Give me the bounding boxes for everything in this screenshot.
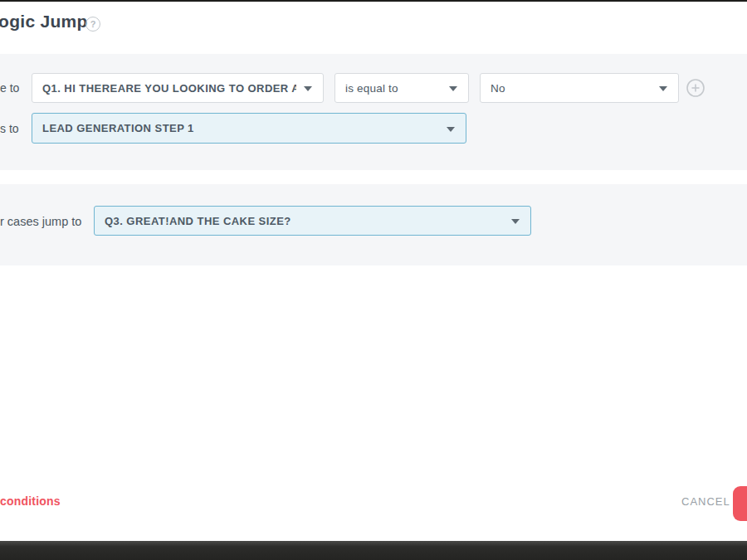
jump-row-label: s to (0, 122, 19, 135)
chevron-down-icon (447, 127, 455, 132)
chevron-down-icon (511, 219, 520, 224)
save-button[interactable] (733, 486, 747, 521)
other-cases-target-select[interactable]: Q3. GREAT!AND THE CAKE SIZE? (94, 206, 531, 236)
logic-jump-dialog: ogic Jump e to Q1. HI THEREARE YOU LOOKI… (0, 0, 747, 560)
value-select[interactable]: No (480, 73, 679, 103)
plus-circle-icon[interactable] (686, 79, 705, 97)
top-border-line (0, 0, 747, 2)
chevron-down-icon (449, 86, 457, 91)
other-cases-target-value: Q3. GREAT!AND THE CAKE SIZE? (105, 215, 291, 227)
question-select-value: Q1. HI THEREARE YOU LOOKING TO ORDER A (42, 82, 296, 95)
question-circle-icon[interactable] (85, 17, 100, 32)
other-cases-label: r cases jump to (0, 215, 81, 228)
condition-section: e to Q1. HI THEREARE YOU LOOKING TO ORDE… (0, 54, 747, 170)
operator-select[interactable]: is equal to (334, 73, 469, 103)
page-title: ogic Jump (0, 12, 88, 32)
condition-row-label: e to (0, 81, 19, 95)
question-select[interactable]: Q1. HI THEREARE YOU LOOKING TO ORDER A (32, 73, 324, 103)
chevron-down-icon (659, 86, 667, 91)
operator-select-value: is equal to (345, 82, 398, 95)
jump-target-select[interactable]: LEAD GENERATION STEP 1 (32, 113, 466, 144)
value-select-value: No (491, 82, 505, 95)
other-cases-section: r cases jump to Q3. GREAT!AND THE CAKE S… (0, 184, 747, 265)
bottom-taskbar (0, 541, 747, 560)
add-conditions-link[interactable]: conditions (0, 494, 61, 508)
chevron-down-icon (304, 86, 312, 91)
jump-target-select-value: LEAD GENERATION STEP 1 (42, 122, 194, 134)
cancel-button[interactable]: CANCEL (681, 495, 730, 508)
